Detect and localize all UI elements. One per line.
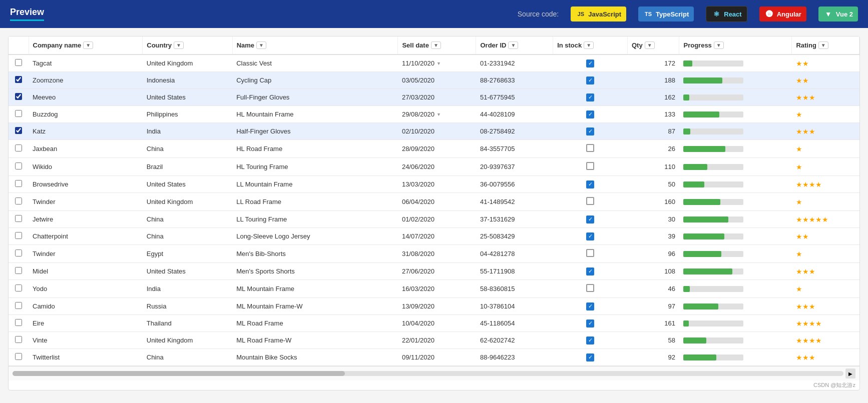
javascript-button[interactable]: JS JavaScript — [571, 6, 626, 22]
col-rating-filter[interactable]: ▼ — [818, 42, 828, 49]
row-sell-date: 10/04/2020 — [398, 315, 476, 332]
row-progress — [679, 72, 792, 89]
row-order-id: 04-4281278 — [476, 245, 553, 263]
col-country-filter[interactable]: ▼ — [174, 42, 184, 49]
row-checkbox[interactable] — [15, 162, 22, 170]
row-country: United States — [143, 263, 232, 280]
rating-stars: ★ — [796, 285, 802, 293]
row-checkbox-cell[interactable] — [9, 54, 29, 72]
row-in-stock: ✓ — [553, 72, 628, 89]
row-country: United States — [143, 89, 232, 106]
col-sell-date-filter[interactable]: ▼ — [431, 42, 441, 49]
col-order-id-filter[interactable]: ▼ — [508, 42, 518, 49]
row-order-id: 08-2758492 — [476, 123, 553, 140]
rating-stars: ★★★★ — [796, 336, 822, 344]
sort-arrow-icon: ▼ — [437, 61, 441, 66]
row-checkbox-cell[interactable] — [9, 245, 29, 263]
table-row: JaxbeanChinaHL Road Frame28/09/202084-35… — [9, 140, 859, 158]
row-rating: ★★ — [792, 228, 859, 245]
row-rating: ★ — [792, 158, 859, 176]
row-checkbox-cell[interactable] — [9, 280, 29, 298]
row-checkbox[interactable] — [15, 93, 22, 100]
row-company: Jetwire — [29, 211, 143, 228]
row-qty: 161 — [628, 315, 679, 332]
horizontal-scrollbar-thumb[interactable] — [13, 371, 345, 376]
row-in-stock — [553, 280, 628, 298]
row-sell-date: 28/09/2020 — [398, 140, 476, 158]
row-qty: 30 — [628, 211, 679, 228]
row-qty: 133 — [628, 106, 679, 123]
row-rating: ★★★★ — [792, 315, 859, 332]
rating-stars: ★★ — [796, 60, 809, 68]
row-sell-date: 14/07/2020 — [398, 228, 476, 245]
row-name: Men's Sports Shorts — [232, 263, 398, 280]
row-checkbox[interactable] — [15, 180, 22, 187]
row-progress — [679, 315, 792, 332]
row-order-id: 51-6775945 — [476, 89, 553, 106]
row-checkbox[interactable] — [15, 302, 22, 309]
col-qty-filter[interactable]: ▼ — [645, 42, 655, 49]
row-checkbox-cell[interactable] — [9, 349, 29, 366]
row-checkbox-cell[interactable] — [9, 211, 29, 228]
react-button[interactable]: ⚛ React — [706, 6, 747, 22]
row-checkbox-cell[interactable] — [9, 315, 29, 332]
row-checkbox[interactable] — [15, 250, 22, 256]
angular-button[interactable]: 🅐 Angular — [759, 6, 806, 22]
row-checkbox-cell[interactable] — [9, 298, 29, 315]
row-checkbox[interactable] — [15, 215, 22, 222]
row-qty: 172 — [628, 54, 679, 72]
row-order-id: 88-2768633 — [476, 72, 553, 89]
row-checkbox[interactable] — [15, 110, 22, 117]
typescript-button[interactable]: TS TypeScript — [638, 6, 694, 22]
row-sell-date: 01/02/2020 — [398, 211, 476, 228]
row-checkbox-cell[interactable] — [9, 176, 29, 193]
row-checkbox-cell[interactable] — [9, 193, 29, 211]
row-checkbox[interactable] — [15, 198, 22, 204]
row-checkbox-cell[interactable] — [9, 123, 29, 140]
rating-stars: ★ — [796, 145, 802, 153]
row-checkbox[interactable] — [15, 267, 22, 274]
table-row: YodoIndiaML Mountain Frame16/03/202058-8… — [9, 280, 859, 298]
row-rating: ★ — [792, 245, 859, 263]
col-name-filter[interactable]: ▼ — [256, 42, 266, 49]
row-checkbox[interactable] — [15, 127, 22, 134]
rating-stars: ★ — [796, 110, 802, 118]
row-company: Camido — [29, 298, 143, 315]
row-checkbox[interactable] — [15, 319, 22, 326]
scroll-right-button[interactable]: ▶ — [845, 368, 855, 378]
col-progress-filter[interactable]: ▼ — [714, 42, 724, 49]
row-checkbox-cell[interactable] — [9, 89, 29, 106]
in-stock-checked-icon: ✓ — [586, 76, 594, 84]
row-checkbox-cell[interactable] — [9, 228, 29, 245]
row-qty: 26 — [628, 140, 679, 158]
horizontal-scrollbar-track[interactable] — [13, 371, 843, 376]
row-checkbox-cell[interactable] — [9, 140, 29, 158]
row-progress — [679, 349, 792, 366]
row-in-stock: ✓ — [553, 298, 628, 315]
row-progress — [679, 158, 792, 176]
row-checkbox[interactable] — [15, 59, 22, 66]
row-in-stock: ✓ — [553, 349, 628, 366]
row-checkbox[interactable] — [15, 336, 22, 343]
row-in-stock — [553, 140, 628, 158]
table-row: EireThailandML Road Frame10/04/202045-11… — [9, 315, 859, 332]
row-checkbox[interactable] — [15, 76, 22, 83]
col-company-filter[interactable]: ▼ — [83, 42, 93, 49]
data-table-container: Company name ▼ Country ▼ — [8, 36, 860, 390]
row-checkbox[interactable] — [15, 232, 22, 239]
row-checkbox-cell[interactable] — [9, 332, 29, 349]
row-checkbox-cell[interactable] — [9, 106, 29, 123]
table-scroll-area[interactable]: Company name ▼ Country ▼ — [9, 36, 859, 366]
row-checkbox-cell[interactable] — [9, 72, 29, 89]
row-country: China — [143, 228, 232, 245]
row-checkbox[interactable] — [15, 353, 22, 360]
vue-button[interactable]: ▼ Vue 2 — [818, 6, 858, 22]
row-checkbox[interactable] — [15, 284, 22, 292]
row-sell-date: 27/03/2020 — [398, 89, 476, 106]
row-checkbox[interactable] — [15, 144, 22, 152]
row-in-stock: ✓ — [553, 176, 628, 193]
in-stock-empty-icon — [586, 249, 594, 257]
row-checkbox-cell[interactable] — [9, 263, 29, 280]
row-checkbox-cell[interactable] — [9, 158, 29, 176]
col-in-stock-filter[interactable]: ▼ — [584, 42, 594, 49]
